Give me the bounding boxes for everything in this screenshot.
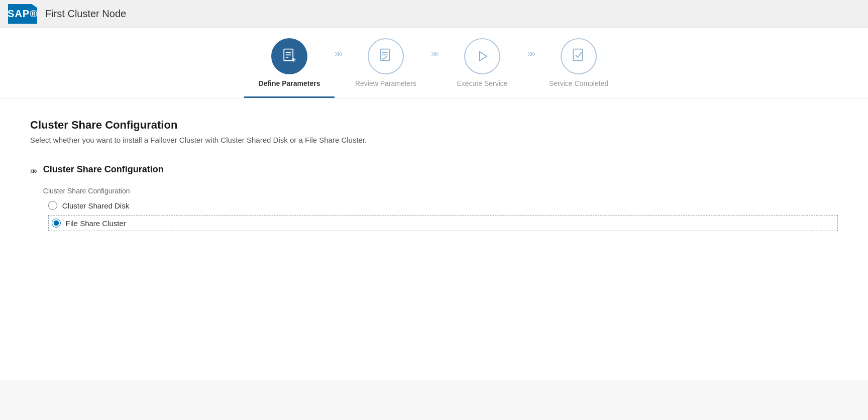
sap-logo-text: SAP® [8, 8, 38, 20]
wizard-step-service-completed[interactable]: Service Completed [533, 38, 624, 98]
section-arrows: »» [30, 166, 35, 175]
step-underline-define-parameters [244, 96, 335, 98]
radio-file-share-cluster[interactable] [52, 219, 61, 228]
section-container: »» Cluster Share Configuration Cluster S… [30, 164, 838, 231]
section-title: Cluster Share Configuration [43, 164, 838, 175]
page-title: Cluster Share Configuration [30, 119, 838, 132]
svg-marker-9 [480, 52, 487, 61]
radio-item-file-share-cluster[interactable]: File Share Cluster [52, 219, 126, 228]
step-circle-service-completed [561, 38, 597, 74]
wizard-step-define-parameters[interactable]: Define Parameters [244, 38, 335, 98]
step-circle-review-parameters [368, 38, 404, 74]
main-content: Cluster Share Configuration Select wheth… [0, 98, 868, 380]
step-label-define-parameters: Define Parameters [258, 79, 320, 91]
radio-cluster-shared-disk[interactable] [48, 201, 57, 210]
wizard-arrows-1: »» [335, 38, 341, 79]
sap-logo: SAP® [8, 4, 37, 24]
step-label-service-completed: Service Completed [549, 79, 608, 91]
wizard-arrows-2: »» [431, 38, 437, 79]
radio-label-file-share-cluster: File Share Cluster [66, 219, 126, 228]
play-icon [473, 47, 491, 65]
document-verified-icon [570, 47, 588, 65]
field-label: Cluster Share Configuration [43, 187, 838, 195]
step-underline-service-completed [533, 96, 624, 98]
radio-label-cluster-shared-disk: Cluster Shared Disk [62, 201, 129, 210]
step-label-review-parameters: Review Parameters [355, 79, 416, 91]
wizard-step-review-parameters[interactable]: Review Parameters [341, 38, 431, 98]
document-add-icon [280, 47, 298, 65]
svg-rect-10 [573, 49, 582, 61]
radio-group: Cluster Shared Disk File Share Cluster [43, 201, 838, 231]
wizard-arrows-3: »» [527, 38, 533, 79]
step-underline-review-parameters [341, 96, 431, 98]
section-content: Cluster Share Configuration Cluster Shar… [43, 164, 838, 231]
app-header: SAP® First Cluster Node [0, 0, 868, 28]
step-underline-execute-service [437, 96, 527, 98]
step-circle-define-parameters [271, 38, 307, 74]
wizard-steps: Define Parameters »» Review Parameters »… [0, 28, 868, 98]
radio-selected-box[interactable]: File Share Cluster [48, 215, 838, 231]
step-label-execute-service: Execute Service [457, 79, 507, 91]
wizard-step-execute-service[interactable]: Execute Service [437, 38, 527, 98]
document-check-icon [377, 47, 395, 65]
step-circle-execute-service [464, 38, 500, 74]
header-title: First Cluster Node [45, 8, 126, 20]
page-subtitle: Select whether you want to install a Fai… [30, 136, 838, 144]
radio-item-cluster-shared-disk[interactable]: Cluster Shared Disk [48, 201, 838, 210]
